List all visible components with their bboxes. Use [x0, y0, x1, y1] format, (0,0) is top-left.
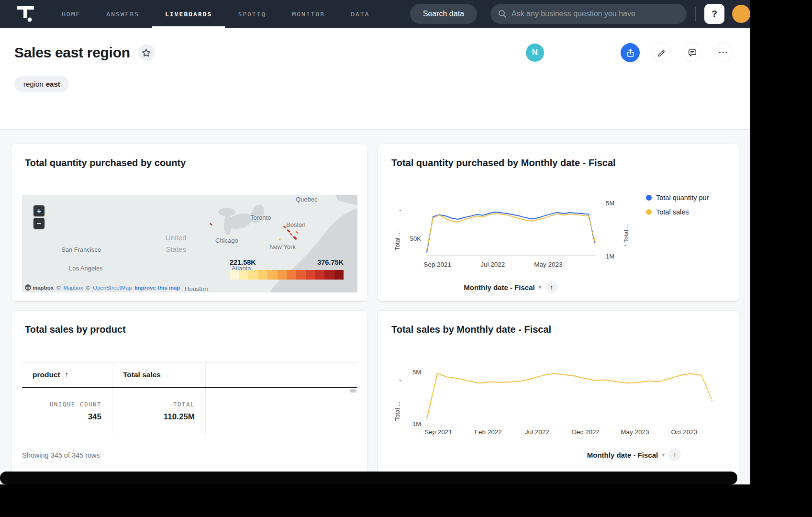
sort-direction-button[interactable]: ↑: [545, 281, 558, 293]
comment-icon: [688, 48, 697, 57]
map-city-label: Houston: [185, 285, 208, 292]
left-axis-title[interactable]: Total ...: [394, 216, 401, 250]
copyright: ©: [86, 285, 90, 291]
column-header-product[interactable]: product ↑: [22, 363, 112, 387]
favorite-button[interactable]: [138, 44, 155, 61]
page-title: Sales east region: [14, 45, 130, 61]
card-sales-by-product: Total sales by product product ↑ Total s…: [11, 311, 367, 484]
nav-item-monitor[interactable]: MONITOR: [279, 0, 338, 28]
mapbox-logo[interactable]: m mapbox: [25, 284, 54, 291]
x-axis-ticks: Sep 2021Feb 2022Jul 2022Dec 2022May 2023…: [426, 428, 713, 437]
search-data-button[interactable]: Search data: [410, 4, 477, 24]
sales-line-chart[interactable]: [426, 365, 713, 426]
map-canvas[interactable]: QuebecTorontoBostonChicagoNew YorkSan Fr…: [22, 195, 357, 292]
pencil-icon: [657, 48, 666, 57]
x-axis-tick: May 2023: [621, 428, 649, 436]
mapbox-logo-icon: m: [25, 284, 31, 291]
right-axis-tick-top: 5M: [606, 200, 614, 207]
map-attribution: m mapbox © Mapbox © OpenStreetMap Improv…: [25, 284, 180, 291]
summary-label-unique-count: UNIQUE COUNT: [50, 401, 101, 408]
nav-item-spotiq[interactable]: SPOTIQ: [225, 0, 279, 28]
horizontal-scrollbar-thumb[interactable]: [350, 389, 356, 393]
user-avatar[interactable]: [732, 5, 750, 23]
map-city-label: Chicago: [215, 237, 238, 244]
nav-right: Search data ?: [410, 0, 750, 28]
column-header-empty: [206, 363, 357, 387]
card-quantity-by-month: Total quantity purchased by Monthly date…: [378, 144, 739, 301]
nav-item-home[interactable]: HOME: [49, 0, 93, 28]
right-axis-title[interactable]: Total ...: [623, 211, 630, 243]
x-axis-tick: Dec 2022: [572, 428, 600, 436]
x-axis-tick: Jul 2022: [480, 261, 505, 268]
x-axis-tick: May 2023: [534, 261, 562, 268]
sales-table: product ↑ Total sales UNIQUE COUNT 345: [22, 362, 357, 434]
legend-item[interactable]: Total sales: [646, 208, 709, 216]
search-icon: [498, 10, 507, 18]
left-axis-expand-icon[interactable]: ▸: [400, 378, 402, 382]
help-button[interactable]: ?: [704, 4, 724, 24]
card-map-quantity-by-county: Total quantity purchased by county Quebe…: [11, 144, 367, 301]
summary-label-total: TOTAL: [173, 401, 195, 408]
edit-button[interactable]: [652, 43, 671, 62]
map-city-label: Quebec: [296, 196, 318, 203]
ask-question-input[interactable]: [512, 10, 679, 18]
nav-item-answers[interactable]: ANSWERS: [93, 0, 152, 28]
x-axis-label[interactable]: Monthly date - Fiscal: [464, 283, 534, 292]
share-icon: [625, 48, 635, 58]
chevron-down-icon[interactable]: ▾: [662, 451, 665, 458]
quantity-line-chart[interactable]: [426, 202, 596, 256]
card-title: Total quantity purchased by county: [25, 157, 186, 169]
top-nav: HOMEANSWERSLIVEBOARDSSPOTIQMONITORDATA S…: [0, 0, 750, 28]
star-icon: [142, 48, 151, 57]
legend-dot-icon: [646, 195, 652, 201]
thoughtspot-logo[interactable]: [9, 0, 42, 28]
ask-question-box[interactable]: [490, 4, 687, 24]
share-button[interactable]: [621, 43, 640, 62]
table-row-count: Showing 345 of 345 rows: [22, 451, 100, 459]
map-zoom-out-button[interactable]: −: [33, 218, 44, 229]
x-axis-ticks: Sep 2021Jul 2022May 2023: [426, 261, 596, 270]
openstreetmap-link[interactable]: OpenStreetMap: [93, 285, 132, 291]
summary-value-total: 110.25M: [164, 412, 195, 422]
map-city-label: Toronto: [250, 214, 271, 221]
table-summary-row: UNIQUE COUNT 345 TOTAL 110.25M: [22, 388, 357, 434]
chevron-down-icon[interactable]: ▾: [539, 284, 542, 291]
map-legend-max: 376.75K: [230, 258, 344, 266]
nav-item-liveboards[interactable]: LIVEBOARDS: [152, 0, 225, 28]
left-axis-tick: 50K: [405, 235, 421, 242]
sort-direction-button[interactable]: ↑: [668, 449, 681, 461]
map-city-label: Los Angeles: [69, 265, 103, 272]
table-header-row: product ↑ Total sales: [22, 362, 357, 388]
chart-legend: Total quantity purTotal sales: [646, 194, 709, 216]
nav-item-data[interactable]: DATA: [338, 0, 382, 28]
card-title: Total quantity purchased by Monthly date…: [391, 157, 616, 169]
improve-map-link[interactable]: Improve this map: [134, 285, 180, 291]
filter-chip-region[interactable]: region east: [14, 76, 69, 92]
mapbox-link[interactable]: Mapbox: [64, 285, 83, 291]
liveboard-grid: Total quantity purchased by county Quebe…: [0, 129, 750, 484]
column-header-total-sales[interactable]: Total sales: [112, 363, 206, 387]
right-axis-expand-icon[interactable]: ◂: [624, 243, 626, 247]
sort-ascending-icon[interactable]: ↑: [65, 371, 69, 379]
x-axis-label-row: Monthly date - Fiscal ▾ ↑: [426, 281, 596, 293]
nav-menu: HOMEANSWERSLIVEBOARDSSPOTIQMONITORDATA: [49, 0, 382, 28]
screen: HOMEANSWERSLIVEBOARDSSPOTIQMONITORDATA S…: [0, 0, 812, 517]
left-axis-tick-bottom: 1M: [405, 420, 421, 427]
liveboard-header: Sales east region N: [0, 28, 750, 129]
x-axis-tick: Sep 2021: [423, 261, 451, 268]
card-sales-by-month: Total sales by Monthly date - Fiscal ▸ T…: [378, 311, 739, 484]
comment-button[interactable]: [683, 43, 702, 62]
copyright: ©: [56, 285, 60, 291]
more-options-button[interactable]: ···: [714, 43, 733, 62]
legend-item[interactable]: Total quantity pur: [646, 194, 709, 202]
map-city-label: Boston: [286, 221, 305, 228]
x-axis-label[interactable]: Monthly date - Fiscal: [587, 451, 658, 459]
filter-chip-name: region: [23, 80, 44, 88]
map-city-label: San Francisco: [61, 246, 101, 253]
left-axis-expand-icon[interactable]: ▸: [400, 208, 402, 213]
left-axis-title[interactable]: Total ...: [394, 386, 401, 421]
map-zoom-in-button[interactable]: +: [33, 205, 44, 216]
collaborator-avatar[interactable]: N: [526, 44, 544, 62]
card-title: Total sales by product: [25, 324, 126, 335]
more-dots-icon: ···: [719, 48, 728, 57]
